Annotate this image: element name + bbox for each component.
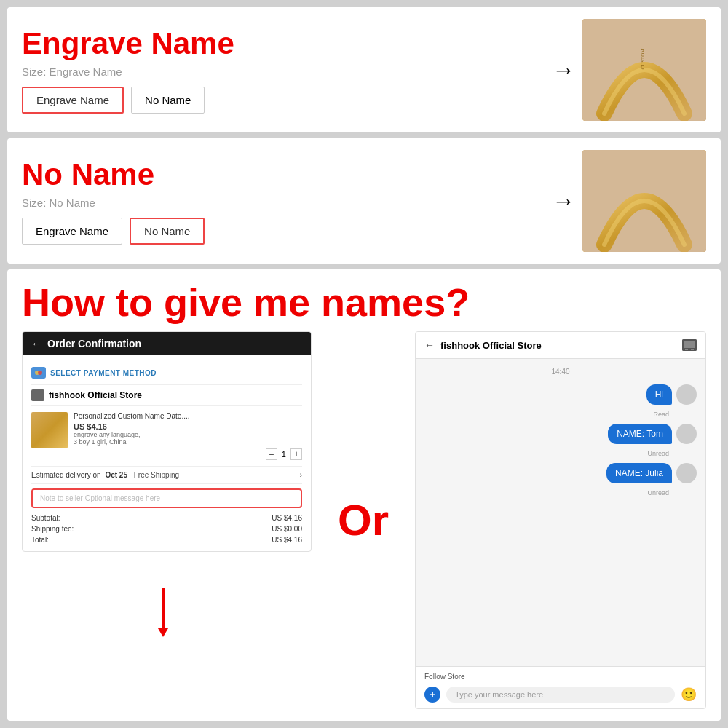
total-row: Total: US $4.16: [31, 534, 302, 545]
product-desc: engrave any language,: [74, 431, 302, 438]
product-price: US $4.16: [74, 422, 302, 431]
red-arrow-line: [162, 588, 165, 628]
section2-arrow-area: →: [552, 150, 706, 252]
engrave-name-section: Engrave Name Size: Engrave Name Engrave …: [7, 7, 721, 132]
no-name-section: No Name Size: No Name Engrave Name No Na…: [7, 138, 721, 264]
section1-arrow-area: → CUSTOM: [552, 19, 706, 121]
chat-bubble-tom: NAME: Tom: [608, 424, 672, 444]
chat-avatar-2: [676, 424, 697, 444]
left-phone: ← Order Confirmation: [22, 331, 312, 552]
follow-store-label: Follow Store: [424, 673, 697, 681]
option-left-2: No Name Size: No Name Engrave Name No Na…: [22, 157, 552, 245]
chat-message-1: Hi: [424, 384, 697, 405]
product-desc2: 3 boy 1 girl, China: [74, 438, 302, 446]
chat-back-arrow[interactable]: ←: [424, 339, 435, 351]
arrow-right-icon-1: →: [552, 57, 575, 84]
order-confirmation-header: ← Order Confirmation: [23, 332, 311, 355]
chat-bubble-julia: NAME: Julia: [606, 463, 672, 483]
emoji-button[interactable]: 🙂: [681, 687, 697, 703]
chat-message-3: NAME: Julia: [424, 463, 697, 483]
chat-input-row: + Type your message here 🙂: [424, 687, 697, 703]
product-name: Personalized Custom Name Date....: [74, 412, 302, 420]
svg-text:CUSTOM: CUSTOM: [640, 48, 646, 70]
no-name-btn-1[interactable]: No Name: [131, 87, 205, 114]
chat-body: 14:40 Hi Read NAME: Tom Unread NAME: Jul…: [416, 359, 705, 666]
subtotal-row: Subtotal: US $4.16: [31, 513, 302, 523]
qty-plus[interactable]: +: [290, 448, 302, 460]
svg-rect-9: [691, 349, 694, 350]
how-title: How to give me names?: [22, 281, 706, 324]
store-name-left: fishhook Official Store: [49, 390, 142, 400]
delivery-text: Estimated delivery on Oct 25 Free Shippi…: [31, 471, 179, 479]
phone-body-left: SELECT PAYMENT METHOD fishhook Official …: [23, 355, 311, 551]
chat-avatar-1: [676, 384, 697, 405]
chat-input[interactable]: Type your message here: [446, 687, 675, 703]
payment-text: SELECT PAYMENT METHOD: [50, 369, 157, 377]
chat-avatar-3: [676, 463, 697, 483]
read-label-2: Unread: [424, 450, 697, 457]
read-label-3: Unread: [424, 489, 697, 496]
quantity-row: − 1 +: [74, 448, 302, 460]
product-row: Personalized Custom Name Date.... US $4.…: [31, 406, 302, 467]
section1-btn-group: Engrave Name No Name: [22, 87, 552, 114]
chat-time: 14:40: [424, 368, 697, 376]
no-name-btn-2[interactable]: No Name: [130, 218, 205, 245]
add-button[interactable]: +: [424, 687, 440, 703]
section1-size-label: Size: Engrave Name: [22, 66, 552, 78]
main-container: Engrave Name Size: Engrave Name Engrave …: [0, 0, 728, 728]
section2-title: No Name: [22, 157, 552, 192]
payment-row: SELECT PAYMENT METHOD: [31, 361, 302, 385]
note-placeholder: Note to seller Optional message here: [40, 494, 160, 502]
chat-message-2: NAME: Tom: [424, 424, 697, 444]
note-to-seller-box[interactable]: Note to seller Optional message here: [31, 488, 302, 508]
product-thumbnail: [31, 412, 68, 448]
engrave-name-btn-2[interactable]: Engrave Name: [22, 218, 122, 245]
delivery-chevron[interactable]: ›: [300, 471, 302, 479]
qty-minus[interactable]: −: [266, 448, 277, 460]
back-arrow-left[interactable]: ←: [31, 338, 41, 349]
qty-value: 1: [282, 450, 286, 459]
option-left-1: Engrave Name Size: Engrave Name Engrave …: [22, 26, 552, 114]
read-label-1: Read: [424, 411, 697, 418]
store-row: fishhook Official Store: [31, 385, 302, 406]
chat-store-title: fishhook Official Store: [440, 340, 676, 351]
how-section: How to give me names? ← Order Confirmati…: [7, 269, 721, 721]
product-info: Personalized Custom Name Date.... US $4.…: [74, 412, 302, 460]
or-text: Or: [323, 331, 403, 709]
red-arrow-overlay: [158, 588, 168, 637]
store-icon-left: [31, 389, 44, 401]
shipping-row: Shipping fee: US $0.00: [31, 523, 302, 534]
engrave-name-btn-1[interactable]: Engrave Name: [22, 87, 124, 114]
ring-image-2: [582, 150, 706, 252]
order-confirmation-title: Order Confirmation: [47, 338, 141, 349]
section2-size-label: Size: No Name: [22, 197, 552, 209]
arrow-right-icon-2: →: [552, 188, 575, 215]
section1-title: Engrave Name: [22, 26, 552, 61]
chat-footer: Follow Store + Type your message here 🙂: [416, 666, 705, 708]
svg-rect-8: [685, 349, 688, 350]
payment-icon: [31, 367, 46, 379]
svg-rect-7: [684, 341, 695, 348]
chat-store-icon: [682, 339, 697, 351]
red-arrow-head: [158, 628, 168, 637]
svg-point-5: [38, 371, 42, 375]
delivery-row: Estimated delivery on Oct 25 Free Shippi…: [31, 467, 302, 484]
totals-section: Subtotal: US $4.16 Shipping fee: US $0.0…: [31, 513, 302, 545]
right-phone: ← fishhook Official Store 14:40: [415, 331, 706, 709]
section2-btn-group: Engrave Name No Name: [22, 218, 552, 245]
ring-image-1: CUSTOM: [582, 19, 706, 121]
chat-bubble-hi: Hi: [646, 384, 672, 405]
how-content: ← Order Confirmation: [22, 331, 706, 709]
chat-header: ← fishhook Official Store: [416, 332, 705, 359]
left-phone-wrapper: ← Order Confirmation: [22, 331, 312, 709]
